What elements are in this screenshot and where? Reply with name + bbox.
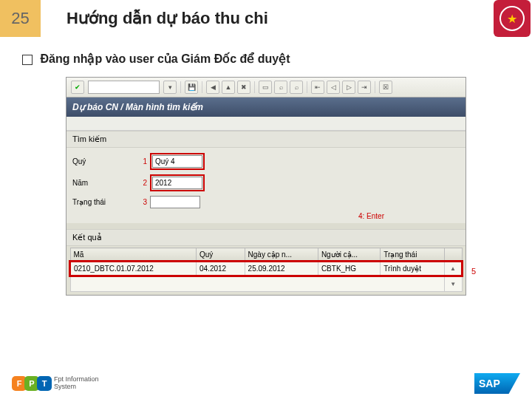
search-section-header: Tìm kiếm <box>66 131 466 148</box>
separator <box>180 81 181 93</box>
sap-logo: SAP <box>474 373 520 394</box>
next-page-icon[interactable]: ▷ <box>342 81 355 94</box>
input-nam[interactable]: 2012 <box>152 177 202 189</box>
form-row-quy: Quý 1 Quý 4 <box>66 151 466 172</box>
page-title: Hướng dẫn dự báo thu chi <box>66 9 268 28</box>
close-window-icon[interactable]: ☒ <box>379 81 392 94</box>
command-input[interactable] <box>88 81 160 94</box>
highlight-box-2: 2012 <box>150 174 205 191</box>
save-icon[interactable]: 💾 <box>185 81 198 94</box>
slide-header: 25 Hướng dẫn dự báo thu chi ★ <box>0 0 532 37</box>
find-next-icon[interactable]: ⌕ <box>290 81 303 94</box>
scroll-header <box>445 248 463 262</box>
callout-3: 3 <box>135 198 150 206</box>
slide-footer: F P T Fpt Information System SAP <box>0 368 532 399</box>
form-row-nam: Năm 2 2012 <box>66 172 466 194</box>
separator <box>254 81 255 93</box>
result-table: Mã Quý Ngày cập n... Người cậ... Trạng t… <box>69 248 463 292</box>
title-bar: Hướng dẫn dự báo thu chi <box>44 0 494 37</box>
separator <box>307 81 307 93</box>
sap-screen-title: Dự báo CN / Màn hình tìm kiếm <box>66 98 466 117</box>
fpt-letter-t: T <box>37 376 52 391</box>
star-icon: ★ <box>507 12 517 26</box>
org-logo-badge: ★ <box>494 0 531 37</box>
last-page-icon[interactable]: ⇥ <box>358 81 371 94</box>
cell-ngay: 25.09.2012 <box>245 262 318 276</box>
section-gap <box>66 223 466 229</box>
bullet-square-icon <box>22 55 33 65</box>
fpt-logo: F P T Fpt Information System <box>12 376 99 391</box>
cell-quy: 04.2012 <box>196 262 245 276</box>
slide-number: 25 <box>0 0 41 37</box>
label-nam: Năm <box>72 179 135 187</box>
instruction-text: Đăng nhập vào user của Giám Đốc để duyệt <box>40 52 290 65</box>
print-icon[interactable]: ▭ <box>259 81 272 94</box>
separator <box>375 81 375 93</box>
input-quy[interactable]: Quý 4 <box>152 155 202 168</box>
label-quy: Quý <box>72 157 135 166</box>
callout-4-enter: 4: Enter <box>66 211 466 223</box>
accept-icon[interactable]: ✔ <box>71 81 84 94</box>
scroll-up-icon[interactable]: ▲ <box>445 262 463 276</box>
up-icon[interactable]: ▲ <box>222 81 235 94</box>
form-row-trangthai: Trạng thái 3 <box>66 194 466 211</box>
highlight-box-1: Quý 4 <box>150 153 205 170</box>
separator <box>202 81 202 93</box>
table-row-empty: ▼ <box>70 276 462 292</box>
col-trang[interactable]: Trạng thái <box>381 248 445 262</box>
find-icon[interactable]: ⌕ <box>274 81 287 94</box>
search-section: Tìm kiếm Quý 1 Quý 4 Năm 2 2012 Trạng th… <box>66 131 466 223</box>
fpt-logo-icon: F P T <box>12 376 50 391</box>
result-table-wrap: Mã Quý Ngày cập n... Người cậ... Trạng t… <box>66 246 466 295</box>
result-section-header: Kết quả <box>66 229 466 246</box>
input-trangthai[interactable] <box>150 196 200 208</box>
col-ngay[interactable]: Ngày cập n... <box>245 248 318 262</box>
instruction-line: Đăng nhập vào user của Giám Đốc để duyệt <box>22 52 532 66</box>
prev-page-icon[interactable]: ◁ <box>327 81 340 94</box>
scroll-down-icon[interactable]: ▼ <box>445 276 463 292</box>
col-nguoi[interactable]: Người cậ... <box>318 248 380 262</box>
dropdown-icon[interactable]: ▾ <box>163 81 177 94</box>
sap-app-toolbar <box>66 117 466 131</box>
sap-window: ✔ ▾ 💾 ◀ ▲ ✖ ▭ ⌕ ⌕ ⇤ ◁ ▷ ⇥ ☒ Dự báo CN / … <box>66 77 466 296</box>
callout-1: 1 <box>135 157 150 166</box>
table-header-row: Mã Quý Ngày cập n... Người cậ... Trạng t… <box>70 248 462 262</box>
label-trangthai: Trạng thái <box>72 198 135 206</box>
result-section: Kết quả Mã Quý Ngày cập n... Người cậ...… <box>66 229 466 295</box>
cell-nguoi: CBTK_HG <box>318 262 380 276</box>
sap-toolbar: ✔ ▾ 💾 ◀ ▲ ✖ ▭ ⌕ ⌕ ⇤ ◁ ▷ ⇥ ☒ <box>66 78 466 98</box>
col-quy[interactable]: Quý <box>196 248 245 262</box>
back-icon[interactable]: ◀ <box>206 81 219 94</box>
cell-ma: 0210_DBTC.01.07.2012 <box>70 262 196 276</box>
first-page-icon[interactable]: ⇤ <box>311 81 324 94</box>
fpt-logo-text: Fpt Information System <box>54 376 99 391</box>
cell-trang: Trình duyệt <box>381 262 445 276</box>
cancel-icon[interactable]: ✖ <box>237 81 250 94</box>
callout-2: 2 <box>135 179 150 187</box>
callout-5: 5 <box>471 267 476 276</box>
col-ma[interactable]: Mã <box>70 248 196 262</box>
table-row[interactable]: 0210_DBTC.01.07.2012 04.2012 25.09.2012 … <box>70 262 462 276</box>
